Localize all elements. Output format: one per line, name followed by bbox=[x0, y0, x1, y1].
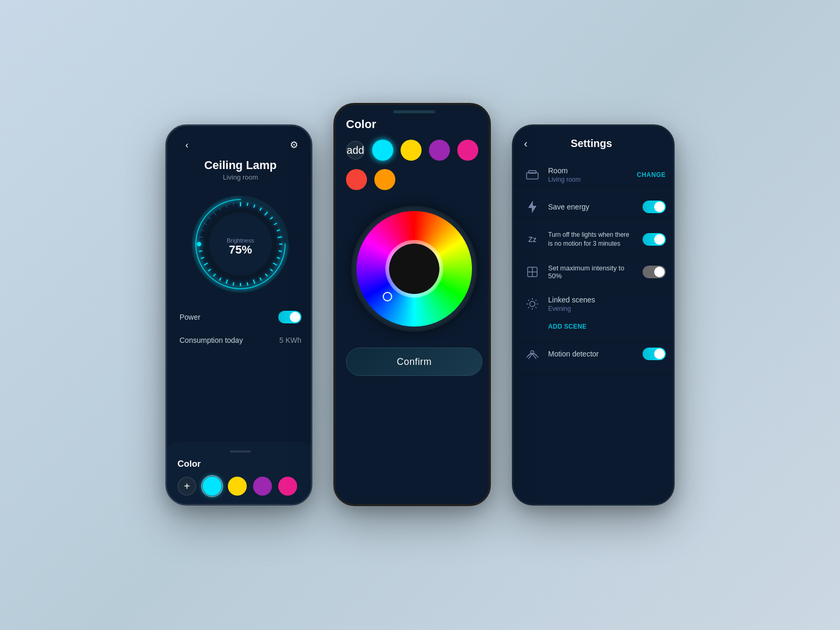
wheel-outer-ring bbox=[351, 206, 477, 332]
add-color-button[interactable]: + bbox=[177, 477, 196, 496]
save-energy-toggle[interactable] bbox=[643, 201, 666, 213]
confirm-button[interactable]: Confirm bbox=[346, 348, 482, 376]
consumption-label: Consumption today bbox=[180, 336, 243, 344]
svg-point-65 bbox=[197, 242, 201, 246]
svg-line-84 bbox=[528, 307, 529, 308]
max-intensity-text: Set maximum intensity to 50% bbox=[548, 264, 635, 280]
color-picker-title: Color bbox=[346, 118, 376, 131]
device-title-section: Ceiling Lamp Living room bbox=[167, 159, 312, 186]
scenes-text: Linked scenes Evening bbox=[548, 296, 666, 312]
brightness-dial-svg: Brightness 75% bbox=[188, 192, 293, 297]
toggle-knob bbox=[290, 312, 300, 322]
device-name: Ceiling Lamp bbox=[177, 159, 303, 172]
wheel-black-center bbox=[389, 244, 439, 294]
color-swatches: + bbox=[177, 477, 303, 496]
power-label: Power bbox=[180, 313, 201, 321]
color-wheel-container[interactable] bbox=[335, 201, 491, 342]
power-toggle[interactable] bbox=[278, 311, 301, 323]
sleep-icon: Zz bbox=[524, 231, 541, 248]
auto-off-toggle[interactable] bbox=[643, 233, 666, 246]
color-swatch-pink[interactable] bbox=[278, 477, 297, 496]
svg-line-42 bbox=[265, 212, 267, 215]
device-room: Living room bbox=[177, 173, 303, 181]
max-intensity-toggle[interactable] bbox=[643, 266, 666, 278]
room-sub: Living room bbox=[548, 176, 629, 183]
consumption-value: 5 KWh bbox=[279, 336, 301, 344]
svg-text:75%: 75% bbox=[229, 243, 252, 256]
motion-icon bbox=[524, 345, 541, 362]
svg-line-57 bbox=[233, 282, 234, 286]
change-room-button[interactable]: CHANGE bbox=[637, 171, 666, 178]
phone-screen-2: Color add bbox=[333, 103, 491, 506]
color-swatch-s2-purple[interactable] bbox=[429, 140, 450, 161]
color-swatches-row2 bbox=[335, 169, 491, 201]
setting-room: Room Living room CHANGE bbox=[513, 159, 675, 191]
add-color-button-s2[interactable]: add bbox=[346, 141, 365, 160]
svg-line-39 bbox=[247, 203, 248, 206]
svg-line-46 bbox=[278, 237, 282, 237]
max-intensity-title: Set maximum intensity to 50% bbox=[548, 264, 635, 280]
setting-save-energy: Save energy bbox=[513, 191, 675, 223]
settings-button[interactable]: ⚙ bbox=[286, 136, 302, 153]
settings-back-button[interactable]: ‹ bbox=[524, 138, 528, 150]
back-button[interactable]: ‹ bbox=[178, 136, 195, 153]
intensity-icon bbox=[524, 264, 541, 280]
svg-line-36 bbox=[233, 203, 234, 206]
s1-header: ‹ ⚙ bbox=[167, 126, 312, 159]
svg-marker-72 bbox=[528, 201, 537, 213]
scenes-icon bbox=[524, 296, 541, 312]
phone-screen-1: ‹ ⚙ Ceiling Lamp Living room bbox=[165, 124, 312, 506]
phone-screen-3: ‹ Settings Room Living room CHANGE bbox=[512, 124, 675, 506]
sheet-handle bbox=[230, 450, 251, 453]
auto-off-title: Turn off the lights when there is no mot… bbox=[548, 230, 635, 248]
svg-line-64 bbox=[199, 251, 202, 251]
motion-detector-title: Motion detector bbox=[548, 350, 635, 358]
color-swatch-s2-orange[interactable] bbox=[374, 169, 395, 190]
svg-rect-70 bbox=[527, 173, 538, 179]
wheel-cursor bbox=[383, 292, 392, 301]
settings-title: Settings bbox=[536, 138, 647, 150]
setting-auto-off: Zz Turn off the lights when there is no … bbox=[513, 223, 675, 256]
consumption-row: Consumption today 5 KWh bbox=[167, 330, 312, 351]
color-swatch-s2-red[interactable] bbox=[346, 169, 367, 190]
room-text: Room Living room bbox=[548, 166, 629, 183]
svg-rect-71 bbox=[529, 171, 536, 173]
color-swatches-row1: add bbox=[335, 140, 491, 169]
brightness-dial-container[interactable]: Brightness 75% bbox=[167, 186, 312, 304]
svg-line-48 bbox=[279, 251, 282, 251]
color-wheel[interactable] bbox=[356, 211, 472, 327]
svg-line-81 bbox=[528, 300, 529, 301]
color-swatch-yellow[interactable] bbox=[228, 477, 247, 496]
color-swatch-s2-yellow[interactable] bbox=[401, 140, 422, 161]
screens-container: ‹ ⚙ Ceiling Lamp Living room bbox=[134, 92, 706, 538]
room-title: Room bbox=[548, 166, 629, 175]
color-section-title: Color bbox=[177, 459, 303, 469]
motion-detector-text: Motion detector bbox=[548, 350, 635, 358]
setting-linked-scenes: Linked scenes Evening ADD SCENE bbox=[513, 288, 675, 338]
save-energy-text: Save energy bbox=[548, 203, 635, 211]
color-swatch-s2-pink[interactable] bbox=[457, 140, 478, 161]
scenes-title: Linked scenes bbox=[548, 296, 666, 304]
setting-motion-detector: Motion detector bbox=[513, 338, 675, 370]
setting-max-intensity: Set maximum intensity to 50% bbox=[513, 256, 675, 288]
color-section: Color + bbox=[167, 442, 312, 504]
confirm-label: Confirm bbox=[397, 356, 432, 368]
color-swatch-s2-cyan[interactable] bbox=[372, 140, 393, 161]
color-picker-header: Color bbox=[335, 113, 491, 140]
power-row: Power bbox=[167, 304, 312, 330]
svg-point-76 bbox=[530, 301, 535, 307]
save-energy-title: Save energy bbox=[548, 203, 635, 211]
room-icon bbox=[524, 166, 541, 183]
svg-line-33 bbox=[214, 212, 216, 215]
energy-icon bbox=[524, 198, 541, 215]
svg-line-83 bbox=[536, 300, 537, 301]
svg-line-82 bbox=[536, 307, 537, 308]
auto-off-text: Turn off the lights when there is no mot… bbox=[548, 230, 635, 248]
settings-header: ‹ Settings bbox=[513, 126, 675, 159]
scenes-sub: Evening bbox=[548, 305, 666, 312]
motion-detector-toggle[interactable] bbox=[643, 348, 666, 360]
add-scene-button[interactable]: ADD SCENE bbox=[513, 320, 675, 338]
svg-line-55 bbox=[247, 282, 248, 286]
color-swatch-purple[interactable] bbox=[253, 477, 272, 496]
color-swatch-cyan[interactable] bbox=[203, 477, 222, 496]
